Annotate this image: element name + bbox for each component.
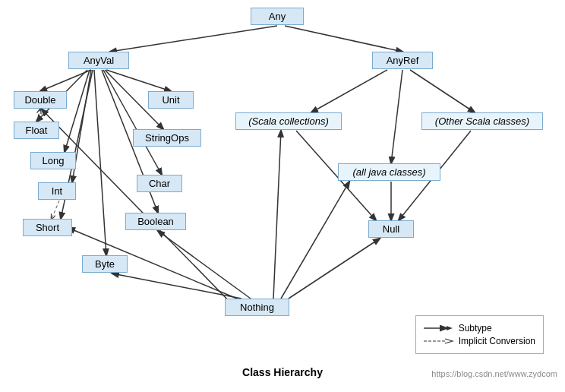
svg-line-1 [285, 26, 402, 52]
node-int: Int [38, 182, 76, 200]
svg-line-13 [311, 70, 387, 112]
svg-line-22 [158, 231, 251, 299]
legend-implicit: Implicit Conversion [424, 336, 535, 346]
node-byte: Byte [82, 255, 128, 273]
svg-line-4 [65, 70, 90, 152]
node-other-scala: (Other Scala classes) [421, 112, 543, 130]
svg-line-26 [52, 201, 59, 219]
node-char: Char [137, 175, 182, 192]
node-anyref: AnyRef [372, 52, 433, 69]
svg-line-0 [110, 26, 277, 52]
node-null: Null [368, 220, 414, 238]
svg-line-25 [281, 182, 349, 299]
svg-line-2 [40, 70, 91, 91]
node-any: Any [251, 8, 304, 25]
node-double: Double [14, 91, 67, 109]
svg-line-10 [103, 70, 162, 175]
node-unit: Unit [148, 91, 194, 109]
node-long: Long [30, 152, 76, 169]
legend-subtype: Subtype [424, 323, 535, 334]
svg-line-21 [112, 273, 241, 299]
svg-line-12 [36, 109, 40, 122]
node-all-java: (all java classes) [338, 163, 440, 181]
legend-subtype-label: Subtype [459, 323, 492, 334]
svg-line-14 [410, 70, 475, 112]
node-short: Short [23, 219, 72, 236]
diagram-container: Any AnyVal AnyRef Double Float Long Int … [0, 0, 565, 392]
node-float: Float [14, 122, 59, 139]
node-anyval: AnyVal [68, 52, 129, 69]
svg-line-15 [391, 70, 402, 163]
svg-line-24 [273, 131, 281, 299]
svg-line-23 [289, 239, 380, 299]
watermark: https://blog.csdn.net/www.zydcom [431, 369, 557, 378]
legend: Subtype Implicit Conversion [415, 315, 544, 354]
svg-line-7 [94, 70, 106, 255]
node-scala-collections: (Scala collections) [235, 112, 342, 130]
legend-implicit-label: Implicit Conversion [459, 336, 535, 346]
node-nothing: Nothing [225, 299, 289, 316]
node-boolean: Boolean [125, 213, 186, 230]
svg-line-8 [106, 70, 171, 91]
caption: Class Hierarchy [242, 366, 323, 378]
node-stringops: StringOps [133, 129, 201, 147]
svg-marker-28 [447, 326, 453, 330]
